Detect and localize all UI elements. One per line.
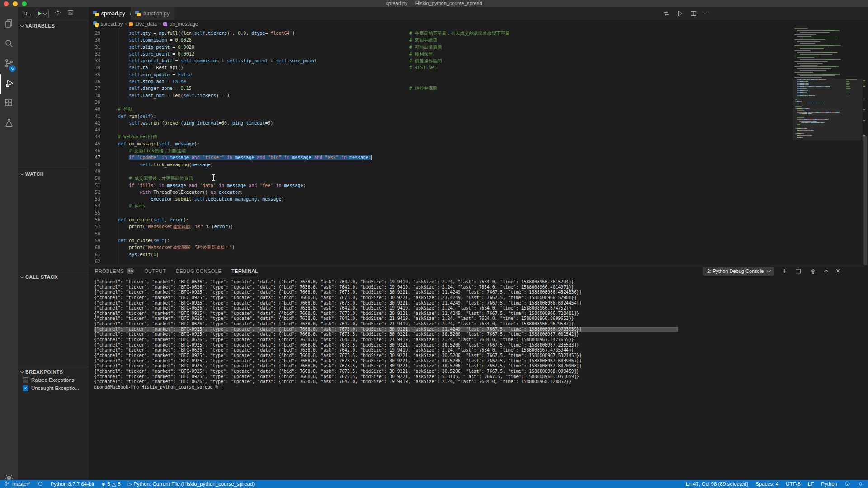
line-number[interactable]: 43 xyxy=(89,127,100,133)
tab-problems[interactable]: PROBLEMS 10 xyxy=(95,265,134,277)
code-line[interactable]: 50 # 成交回報後，才更新部位資訊 xyxy=(89,175,510,182)
line-number[interactable]: 35 xyxy=(89,71,100,78)
line-number[interactable]: 54 xyxy=(89,202,100,209)
code-line[interactable]: 58 xyxy=(89,230,510,237)
maximize-panel-icon[interactable] xyxy=(825,269,828,273)
notifications-button[interactable] xyxy=(858,481,863,488)
code-line[interactable]: 45 def on_message(self, message): xyxy=(89,141,510,147)
code-line[interactable]: 53 executor.submit(self.execution_managi… xyxy=(89,196,510,202)
section-variables[interactable]: VARIABLES xyxy=(18,21,89,30)
line-number[interactable]: 47 xyxy=(89,154,100,161)
section-call-stack[interactable]: CALL STACK xyxy=(18,272,89,281)
code-line[interactable]: 61 sys.exit(0) xyxy=(89,251,510,258)
line-number[interactable]: 39 xyxy=(89,99,100,106)
sidebar-item-search[interactable] xyxy=(0,34,18,54)
code-line[interactable]: 42 self.ws.run_forever(ping_interval=60,… xyxy=(89,120,510,127)
code-line[interactable]: 59 def on_close(self): xyxy=(89,237,510,244)
tab-debug-console[interactable]: DEBUG CONSOLE xyxy=(176,265,222,277)
minimap[interactable] xyxy=(793,28,863,265)
problems-status[interactable]: ⊗ 5 △ 5 xyxy=(101,481,121,487)
scrollbar-slider[interactable] xyxy=(863,136,867,265)
more-actions-icon[interactable]: ⋯ xyxy=(703,10,710,17)
code-line[interactable]: 56 def on_error(self, error): xyxy=(89,216,510,223)
terminal-picker-dropdown[interactable]: 2: Python Debug Console xyxy=(703,267,774,276)
code-line[interactable]: 52 with ThreadPoolExecutor() as executor… xyxy=(89,189,510,196)
breadcrumb[interactable]: spread.py › Live_data › on_message xyxy=(89,20,868,28)
sync-button[interactable] xyxy=(38,481,43,488)
code-line[interactable]: 41 def run(self): xyxy=(89,113,510,120)
tab-output[interactable]: OUTPUT xyxy=(144,265,166,277)
breadcrumb-method[interactable]: on_message xyxy=(170,21,198,27)
code-line[interactable]: 34 self.ra = Rest_api() # REST API xyxy=(89,64,510,71)
line-number[interactable]: 42 xyxy=(89,120,100,127)
start-debug-group[interactable] xyxy=(36,9,49,18)
code-line[interactable]: 35 self.min_update = False xyxy=(89,71,510,78)
line-number[interactable]: 34 xyxy=(89,64,100,71)
encoding-status[interactable]: UTF-8 xyxy=(786,481,801,487)
code-line[interactable]: 37 self.danger_zone = 0.15 # 維持率底限 xyxy=(89,85,510,92)
code-line[interactable]: 57 print("Websocket連接錯誤，%s" % (error)) xyxy=(89,223,510,230)
close-panel-icon[interactable]: × xyxy=(836,267,840,275)
code-line[interactable]: 36 self.stop_add = False xyxy=(89,78,510,85)
line-number[interactable]: 46 xyxy=(89,147,100,154)
language-mode-status[interactable]: Python xyxy=(821,481,837,487)
sidebar-item-testing[interactable] xyxy=(0,114,18,134)
breakpoint-uncaught-exceptions[interactable]: ✓ Uncaught Exceptio... xyxy=(18,384,89,392)
code-line[interactable]: 40 # 啓動 xyxy=(89,106,510,113)
code-line[interactable]: 39 xyxy=(89,99,510,106)
code-line[interactable]: 32 self.sure_point = 0.0012 # 獲利保留 xyxy=(89,51,510,57)
code-line[interactable]: 54 # pass xyxy=(89,202,510,209)
code-line[interactable]: 47 if 'update' in message and 'ticker' i… xyxy=(89,154,510,161)
run-file-icon[interactable] xyxy=(676,10,684,17)
launch-config-status[interactable]: ▷ Python: Current File (Hiskio_python_co… xyxy=(128,481,255,487)
cursor-position-status[interactable]: Ln 47, Col 98 (89 selected) xyxy=(686,481,748,487)
breadcrumb-class[interactable]: Live_data xyxy=(135,21,157,27)
line-number[interactable]: 61 xyxy=(89,251,100,258)
split-editor-icon[interactable] xyxy=(690,10,697,17)
new-terminal-icon[interactable]: + xyxy=(782,267,786,275)
git-branch-status[interactable]: master* xyxy=(5,481,30,488)
chevron-down-icon[interactable] xyxy=(43,11,47,15)
line-number[interactable]: 56 xyxy=(89,216,100,223)
eol-status[interactable]: LF xyxy=(808,481,814,487)
code-line[interactable]: 55 xyxy=(89,210,510,216)
sidebar-item-run-debug[interactable] xyxy=(0,74,18,94)
line-number[interactable]: 51 xyxy=(89,182,100,189)
sidebar-item-explorer[interactable] xyxy=(0,14,18,34)
line-number[interactable]: 59 xyxy=(89,237,100,244)
code-line[interactable]: 46 # 更新tick價格，判斷進場 xyxy=(89,147,510,154)
section-watch[interactable]: WATCH xyxy=(18,169,89,178)
line-number[interactable]: 44 xyxy=(89,133,100,140)
checkbox-unchecked[interactable] xyxy=(23,377,28,383)
sidebar-item-extensions[interactable] xyxy=(0,94,18,114)
code-line[interactable]: 60 print("Websocket連接關閉，5秒後重新連接！") xyxy=(89,244,510,251)
code-line[interactable]: 48 self.tick_managing(message) xyxy=(89,161,510,168)
line-number[interactable]: 40 xyxy=(89,106,100,113)
line-number[interactable]: 31 xyxy=(89,44,100,51)
code-line[interactable]: 51 if 'fills' in message and 'data' in m… xyxy=(89,182,510,189)
code-line[interactable]: 31 self.slip_point = 0.0020 # 可能出場滑價 xyxy=(89,44,510,51)
code-editor[interactable]: 29 self.qty = np.full((len(self.tickers)… xyxy=(89,28,793,265)
editor-scrollbar[interactable] xyxy=(863,28,868,265)
line-number[interactable]: 32 xyxy=(89,51,100,57)
minimap-viewport[interactable] xyxy=(793,79,863,140)
line-number[interactable]: 55 xyxy=(89,210,100,216)
kill-terminal-icon[interactable] xyxy=(810,268,816,275)
terminal-output[interactable]: {"channel": "ticker", "market": "BTC-062… xyxy=(94,279,678,389)
line-number[interactable]: 38 xyxy=(89,92,100,99)
tab-terminal[interactable]: TERMINAL xyxy=(231,265,258,277)
breadcrumb-file[interactable]: spread.py xyxy=(101,21,123,27)
line-number[interactable]: 41 xyxy=(89,113,100,120)
breakpoint-raised-exceptions[interactable]: Raised Exceptions xyxy=(18,376,89,384)
tab-function-py[interactable]: function.py xyxy=(131,7,174,20)
line-number[interactable]: 60 xyxy=(89,244,100,251)
code-line[interactable]: 43 xyxy=(89,127,510,133)
code-line[interactable]: 30 self.commision = 0.0028 # 來回手續費 xyxy=(89,37,510,43)
line-number[interactable]: 57 xyxy=(89,223,100,230)
debug-config-label[interactable]: R... xyxy=(24,11,31,16)
code-line[interactable]: 49 xyxy=(89,168,510,175)
checkbox-checked[interactable]: ✓ xyxy=(23,385,28,391)
code-line[interactable]: 38 self.last_num = len(self.tickers) - 1 xyxy=(89,92,510,99)
terminal-prompt[interactable]: dpong@MacBook-Pro Hiskio_python_course_s… xyxy=(94,385,678,390)
line-number[interactable]: 58 xyxy=(89,230,100,237)
